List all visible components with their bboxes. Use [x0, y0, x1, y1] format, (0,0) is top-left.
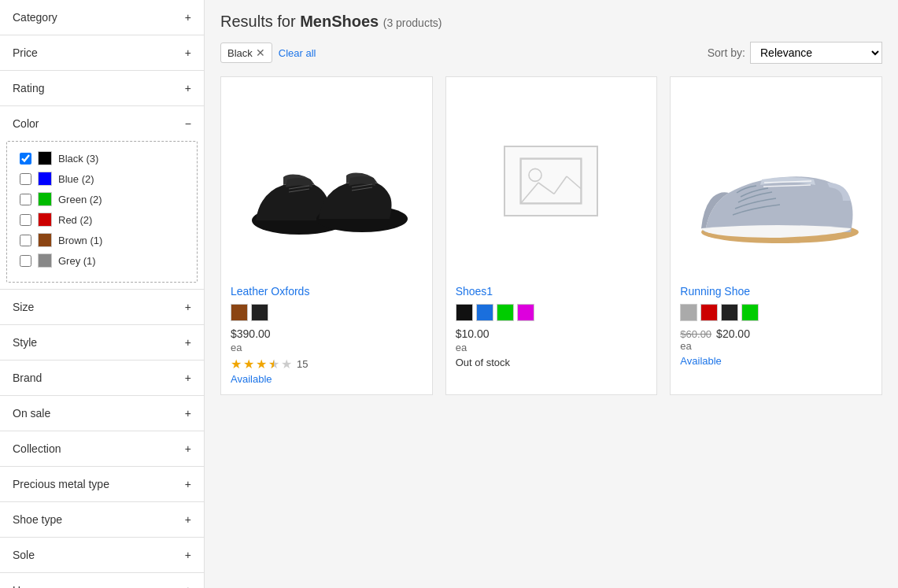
- product-name-leather-oxfords[interactable]: Leather Oxfords: [231, 285, 423, 298]
- color-checkbox-black[interactable]: [20, 153, 31, 165]
- filter-preciousmetal-plus-icon: +: [185, 478, 191, 490]
- product-price-leather-oxfords: $390.00: [231, 327, 423, 340]
- product-color-swatch-brown[interactable]: [231, 304, 248, 321]
- filter-collection: Collection +: [0, 431, 204, 467]
- color-swatch-blue: [38, 172, 52, 186]
- color-option-blue[interactable]: Blue (2): [20, 168, 184, 189]
- filter-price: Price +: [0, 35, 204, 71]
- color-checkbox-red[interactable]: [20, 214, 31, 226]
- color-checkbox-brown[interactable]: [20, 235, 31, 246]
- filter-brand-label: Brand: [13, 372, 42, 384]
- results-title: Results for MenShoes (3 products): [220, 13, 882, 31]
- color-option-black[interactable]: Black (3): [20, 148, 184, 168]
- results-count: (3 products): [383, 17, 442, 29]
- filter-rating-plus-icon: +: [185, 82, 191, 94]
- product-color-swatch-black[interactable]: [251, 304, 268, 321]
- filter-rating-header[interactable]: Rating +: [0, 71, 204, 105]
- star-2: ★: [243, 357, 254, 372]
- filter-price-header[interactable]: Price +: [0, 35, 204, 70]
- active-filter-black-remove[interactable]: ✕: [256, 46, 265, 59]
- filter-size-header[interactable]: Size +: [0, 290, 204, 324]
- filter-shoetype-label: Shoe type: [13, 513, 62, 526]
- color-checkbox-grey[interactable]: [20, 255, 31, 267]
- filter-shoetype-header[interactable]: Shoe type +: [0, 502, 204, 537]
- product-grid: Leather Oxfords $390.00 ea ★ ★ ★ ★★ ★ 15…: [220, 76, 882, 395]
- filter-sole-header[interactable]: Sole +: [0, 538, 204, 572]
- product-status-running-shoe: Available: [680, 355, 872, 367]
- filter-price-plus-icon: +: [185, 46, 191, 59]
- filter-sole: Sole +: [0, 538, 204, 573]
- product-card-leather-oxfords[interactable]: Leather Oxfords $390.00 ea ★ ★ ★ ★★ ★ 15…: [220, 76, 433, 395]
- running-shoe-illustration: [682, 118, 870, 244]
- product-color-swatch-black3[interactable]: [721, 304, 738, 321]
- color-checkbox-green[interactable]: [20, 194, 31, 205]
- filter-onsale-label: On sale: [13, 407, 50, 420]
- results-header: Results for MenShoes (3 products): [220, 13, 882, 31]
- filter-category-header[interactable]: Category +: [0, 0, 204, 35]
- filter-preciousmetal-label: Precious metal type: [13, 478, 109, 490]
- product-card-shoes1[interactable]: Shoes1 $10.00 ea Out of stock: [445, 76, 658, 395]
- filter-color-minus-icon: −: [185, 117, 191, 130]
- product-color-swatch-blue[interactable]: [476, 304, 493, 321]
- product-color-swatch-green[interactable]: [497, 304, 514, 321]
- filter-style-header[interactable]: Style +: [0, 325, 204, 360]
- svg-line-10: [567, 176, 581, 189]
- product-price-shoes1: $10.00: [456, 327, 648, 340]
- svg-point-11: [529, 168, 541, 181]
- filter-style-plus-icon: +: [185, 336, 191, 349]
- filter-onsale-header[interactable]: On sale +: [0, 396, 204, 431]
- filter-collection-plus-icon: +: [185, 442, 191, 455]
- filter-category-plus-icon: +: [185, 11, 191, 24]
- color-option-green[interactable]: Green (2): [20, 189, 184, 209]
- product-name-shoes1[interactable]: Shoes1: [456, 285, 648, 298]
- active-filter-black-label: Black: [227, 47, 253, 59]
- oxford-shoes-illustration: [240, 118, 413, 244]
- product-color-swatch-magenta[interactable]: [517, 304, 534, 321]
- filter-collection-header[interactable]: Collection +: [0, 431, 204, 466]
- product-price-old-running-shoe: $60.00: [680, 328, 711, 340]
- clear-all-link[interactable]: Clear all: [279, 47, 316, 59]
- placeholder-image: [504, 146, 598, 216]
- product-name-running-shoe[interactable]: Running Shoe: [680, 285, 872, 298]
- color-option-red[interactable]: Red (2): [20, 209, 184, 230]
- product-color-swatch-grey2[interactable]: [680, 304, 697, 321]
- filter-upper-header[interactable]: Upper +: [0, 573, 204, 588]
- product-color-swatch-green2[interactable]: [741, 304, 759, 321]
- filter-style-label: Style: [13, 336, 37, 349]
- filter-preciousmetal-header[interactable]: Precious metal type +: [0, 467, 204, 501]
- filter-brand-header[interactable]: Brand +: [0, 361, 204, 395]
- filter-upper-plus-icon: +: [185, 584, 191, 588]
- color-label-grey: Grey (1): [58, 255, 96, 267]
- color-option-brown[interactable]: Brown (1): [20, 230, 184, 250]
- product-unit-running-shoe: ea: [680, 340, 872, 352]
- color-label-green: Green (2): [58, 194, 102, 205]
- filter-size: Size +: [0, 290, 204, 325]
- filter-rating: Rating +: [0, 71, 204, 106]
- product-color-swatch-red2[interactable]: [700, 304, 718, 321]
- color-checkbox-blue[interactable]: [20, 173, 31, 185]
- color-option-grey[interactable]: Grey (1): [20, 250, 184, 271]
- product-color-swatch-black2[interactable]: [456, 304, 473, 321]
- active-filter-black: Black ✕: [220, 43, 272, 63]
- active-filters: Black ✕ Clear all: [220, 43, 316, 63]
- color-swatch-brown: [38, 233, 52, 247]
- star-5: ★: [281, 357, 292, 372]
- color-swatch-grey: [38, 253, 52, 268]
- color-label-black: Black (3): [58, 153, 98, 165]
- sort-select[interactable]: Relevance Price: Low to High Price: High…: [750, 42, 882, 64]
- filter-color-header[interactable]: Color −: [0, 106, 204, 141]
- product-image-running-shoe: [680, 87, 872, 276]
- filter-price-label: Price: [13, 46, 38, 59]
- color-options-panel: Black (3) Blue (2) Green (2): [6, 141, 198, 283]
- search-term: MenShoes: [300, 13, 379, 30]
- filter-rating-label: Rating: [13, 82, 44, 94]
- filter-color: Color − Black (3) Blue (2): [0, 106, 204, 290]
- star-1: ★: [231, 357, 242, 372]
- product-card-running-shoe[interactable]: Running Shoe $60.00 $20.00 ea Available: [670, 76, 882, 395]
- color-label-red: Red (2): [58, 214, 92, 226]
- sidebar: Category + Price + Rating + Color −: [0, 0, 205, 588]
- product-image-shoes1: [456, 87, 648, 276]
- product-unit-shoes1: ea: [456, 342, 648, 353]
- filter-size-plus-icon: +: [185, 301, 191, 313]
- filter-color-label: Color: [13, 117, 39, 130]
